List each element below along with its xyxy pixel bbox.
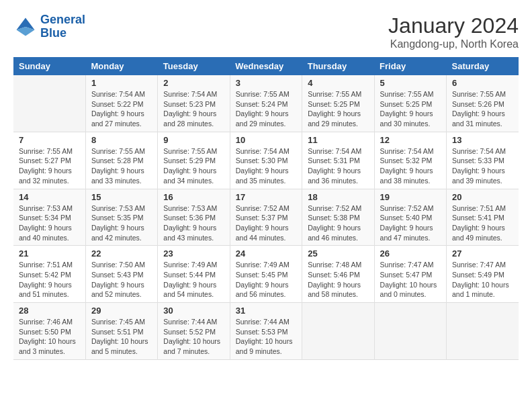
cell-w5-d2: 29 Sunrise: 7:45 AMSunset: 5:51 PMDaylig… xyxy=(85,303,157,360)
cell-w2-d5: 11 Sunrise: 7:54 AMSunset: 5:31 PMDaylig… xyxy=(302,132,374,189)
cell-w3-d4: 17 Sunrise: 7:52 AMSunset: 5:37 PMDaylig… xyxy=(230,189,302,246)
logo-line2: Blue xyxy=(40,26,66,40)
cell-w4-d1: 21 Sunrise: 7:51 AMSunset: 5:42 PMDaylig… xyxy=(13,246,85,303)
day-number: 16 xyxy=(163,192,224,202)
day-info: Sunrise: 7:54 AMSunset: 5:31 PMDaylight:… xyxy=(308,146,368,186)
day-info: Sunrise: 7:48 AMSunset: 5:46 PMDaylight:… xyxy=(308,260,368,300)
cell-w4-d4: 24 Sunrise: 7:49 AMSunset: 5:45 PMDaylig… xyxy=(230,246,302,303)
day-number: 26 xyxy=(380,248,441,259)
day-number: 2 xyxy=(163,78,224,88)
cell-w3-d3: 16 Sunrise: 7:53 AMSunset: 5:36 PMDaylig… xyxy=(158,189,230,246)
cell-w5-d3: 30 Sunrise: 7:44 AMSunset: 5:52 PMDaylig… xyxy=(158,303,230,360)
cell-w3-d7: 20 Sunrise: 7:51 AMSunset: 5:41 PMDaylig… xyxy=(447,189,519,246)
day-info: Sunrise: 7:50 AMSunset: 5:43 PMDaylight:… xyxy=(91,260,152,300)
day-number: 13 xyxy=(452,135,513,145)
day-info: Sunrise: 7:47 AMSunset: 5:47 PMDaylight:… xyxy=(380,260,441,300)
cell-w5-d7 xyxy=(447,303,519,360)
week-row-4: 21 Sunrise: 7:51 AMSunset: 5:42 PMDaylig… xyxy=(13,246,519,303)
day-number: 4 xyxy=(308,78,368,88)
day-info: Sunrise: 7:54 AMSunset: 5:30 PMDaylight:… xyxy=(236,146,296,186)
header-thursday: Thursday xyxy=(302,57,374,75)
day-info: Sunrise: 7:55 AMSunset: 5:29 PMDaylight:… xyxy=(163,146,224,186)
day-info: Sunrise: 7:54 AMSunset: 5:23 PMDaylight:… xyxy=(163,89,224,129)
day-info: Sunrise: 7:53 AMSunset: 5:36 PMDaylight:… xyxy=(163,203,224,243)
day-info: Sunrise: 7:54 AMSunset: 5:33 PMDaylight:… xyxy=(452,146,513,186)
day-number: 23 xyxy=(163,248,224,259)
day-number: 11 xyxy=(308,135,368,145)
week-row-5: 28 Sunrise: 7:46 AMSunset: 5:50 PMDaylig… xyxy=(13,303,519,360)
month-title: January 2024 xyxy=(388,13,519,38)
day-info: Sunrise: 7:55 AMSunset: 5:28 PMDaylight:… xyxy=(91,146,152,186)
day-number: 8 xyxy=(91,135,152,145)
day-number: 18 xyxy=(308,192,368,202)
day-info: Sunrise: 7:54 AMSunset: 5:22 PMDaylight:… xyxy=(91,89,152,129)
day-info: Sunrise: 7:55 AMSunset: 5:27 PMDaylight:… xyxy=(19,146,80,186)
day-number: 12 xyxy=(380,135,441,145)
cell-w4-d5: 25 Sunrise: 7:48 AMSunset: 5:46 PMDaylig… xyxy=(302,246,374,303)
day-info: Sunrise: 7:51 AMSunset: 5:41 PMDaylight:… xyxy=(452,203,513,243)
header-tuesday: Tuesday xyxy=(158,57,230,75)
day-info: Sunrise: 7:46 AMSunset: 5:50 PMDaylight:… xyxy=(19,317,80,357)
day-info: Sunrise: 7:52 AMSunset: 5:40 PMDaylight:… xyxy=(380,203,441,243)
page-header: General Blue January 2024 Kangdong-up, N… xyxy=(13,13,519,50)
day-number: 24 xyxy=(236,248,296,259)
cell-w1-d2: 1 Sunrise: 7:54 AMSunset: 5:22 PMDayligh… xyxy=(85,75,157,132)
cell-w5-d4: 31 Sunrise: 7:44 AMSunset: 5:53 PMDaylig… xyxy=(230,303,302,360)
day-info: Sunrise: 7:53 AMSunset: 5:34 PMDaylight:… xyxy=(19,203,80,243)
day-number: 10 xyxy=(236,135,296,145)
day-number: 14 xyxy=(19,192,80,202)
calendar-table: Sunday Monday Tuesday Wednesday Thursday… xyxy=(13,57,519,360)
cell-w4-d7: 27 Sunrise: 7:47 AMSunset: 5:49 PMDaylig… xyxy=(447,246,519,303)
cell-w1-d7: 6 Sunrise: 7:55 AMSunset: 5:26 PMDayligh… xyxy=(447,75,519,132)
day-info: Sunrise: 7:55 AMSunset: 5:25 PMDaylight:… xyxy=(308,89,368,129)
day-info: Sunrise: 7:45 AMSunset: 5:51 PMDaylight:… xyxy=(91,317,152,357)
cell-w2-d4: 10 Sunrise: 7:54 AMSunset: 5:30 PMDaylig… xyxy=(230,132,302,189)
day-number: 19 xyxy=(380,192,441,202)
day-info: Sunrise: 7:51 AMSunset: 5:42 PMDaylight:… xyxy=(19,260,80,300)
day-info: Sunrise: 7:53 AMSunset: 5:35 PMDaylight:… xyxy=(91,203,152,243)
calendar-header-row: Sunday Monday Tuesday Wednesday Thursday… xyxy=(13,57,519,75)
day-number: 28 xyxy=(19,306,80,316)
cell-w2-d3: 9 Sunrise: 7:55 AMSunset: 5:29 PMDayligh… xyxy=(158,132,230,189)
cell-w3-d6: 19 Sunrise: 7:52 AMSunset: 5:40 PMDaylig… xyxy=(374,189,446,246)
location: Kangdong-up, North Korea xyxy=(388,38,519,50)
week-row-1: 1 Sunrise: 7:54 AMSunset: 5:22 PMDayligh… xyxy=(13,75,519,132)
day-info: Sunrise: 7:49 AMSunset: 5:45 PMDaylight:… xyxy=(236,260,296,300)
cell-w3-d2: 15 Sunrise: 7:53 AMSunset: 5:35 PMDaylig… xyxy=(85,189,157,246)
day-number: 27 xyxy=(452,248,513,259)
day-info: Sunrise: 7:55 AMSunset: 5:25 PMDaylight:… xyxy=(380,89,441,129)
day-number: 30 xyxy=(163,306,224,316)
cell-w3-d1: 14 Sunrise: 7:53 AMSunset: 5:34 PMDaylig… xyxy=(13,189,85,246)
day-info: Sunrise: 7:55 AMSunset: 5:24 PMDaylight:… xyxy=(236,89,296,129)
cell-w2-d7: 13 Sunrise: 7:54 AMSunset: 5:33 PMDaylig… xyxy=(447,132,519,189)
cell-w4-d3: 23 Sunrise: 7:49 AMSunset: 5:44 PMDaylig… xyxy=(158,246,230,303)
header-wednesday: Wednesday xyxy=(230,57,302,75)
day-number: 5 xyxy=(380,78,441,88)
day-number: 17 xyxy=(236,192,296,202)
cell-w4-d2: 22 Sunrise: 7:50 AMSunset: 5:43 PMDaylig… xyxy=(85,246,157,303)
day-info: Sunrise: 7:44 AMSunset: 5:53 PMDaylight:… xyxy=(236,317,296,357)
day-number: 7 xyxy=(19,135,80,145)
day-info: Sunrise: 7:52 AMSunset: 5:38 PMDaylight:… xyxy=(308,203,368,243)
day-number: 29 xyxy=(91,306,152,316)
cell-w5-d5 xyxy=(302,303,374,360)
day-info: Sunrise: 7:49 AMSunset: 5:44 PMDaylight:… xyxy=(163,260,224,300)
day-number: 22 xyxy=(91,248,152,259)
day-info: Sunrise: 7:44 AMSunset: 5:52 PMDaylight:… xyxy=(163,317,224,357)
cell-w2-d6: 12 Sunrise: 7:54 AMSunset: 5:32 PMDaylig… xyxy=(374,132,446,189)
day-number: 6 xyxy=(452,78,513,88)
header-friday: Friday xyxy=(374,57,446,75)
logo-icon xyxy=(13,15,38,39)
day-number: 9 xyxy=(163,135,224,145)
cell-w4-d6: 26 Sunrise: 7:47 AMSunset: 5:47 PMDaylig… xyxy=(374,246,446,303)
cell-w5-d1: 28 Sunrise: 7:46 AMSunset: 5:50 PMDaylig… xyxy=(13,303,85,360)
cell-w3-d5: 18 Sunrise: 7:52 AMSunset: 5:38 PMDaylig… xyxy=(302,189,374,246)
header-saturday: Saturday xyxy=(447,57,519,75)
header-monday: Monday xyxy=(85,57,157,75)
logo: General Blue xyxy=(13,13,85,40)
cell-w1-d4: 3 Sunrise: 7:55 AMSunset: 5:24 PMDayligh… xyxy=(230,75,302,132)
day-info: Sunrise: 7:55 AMSunset: 5:26 PMDaylight:… xyxy=(452,89,513,129)
week-row-2: 7 Sunrise: 7:55 AMSunset: 5:27 PMDayligh… xyxy=(13,132,519,189)
title-block: January 2024 Kangdong-up, North Korea xyxy=(388,13,519,50)
cell-w2-d1: 7 Sunrise: 7:55 AMSunset: 5:27 PMDayligh… xyxy=(13,132,85,189)
